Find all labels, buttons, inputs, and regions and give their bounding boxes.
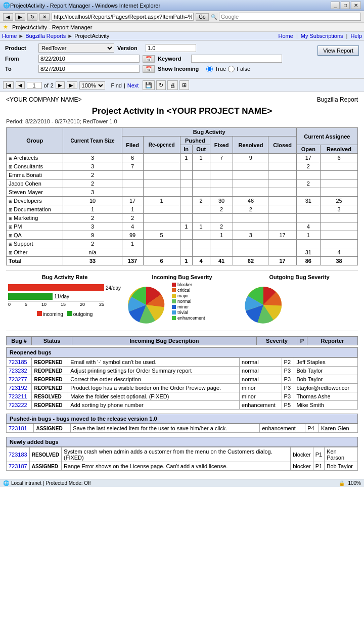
address-input[interactable] — [52, 13, 194, 21]
table-cell — [180, 240, 192, 248]
new-bugs-header: Newly added bugs — [6, 437, 358, 447]
zoom-select[interactable]: 100% 75% 50% — [79, 81, 105, 89]
table-row-name: ⊞Architects — [7, 154, 63, 162]
keyword-input[interactable] — [191, 55, 282, 63]
bug-link[interactable]: 723181 — [9, 425, 27, 431]
bug-link[interactable]: 723187 — [9, 463, 27, 469]
from-label: From — [5, 56, 35, 62]
table-cell — [180, 205, 192, 214]
incoming-false-radio[interactable] — [228, 66, 235, 72]
close-button[interactable]: ✕ — [351, 2, 361, 9]
table-cell — [180, 188, 192, 197]
version-label: Version — [117, 45, 143, 51]
to-input[interactable] — [38, 65, 140, 73]
bug-link[interactable]: 723185 — [9, 359, 27, 365]
bug-link[interactable]: 723192 — [9, 385, 27, 391]
reopened-bugs-table: 723185 REOPENED Email with '-' symbol ca… — [6, 357, 358, 410]
toolbar-icons: 💾 ↻ 🖨 ⊞ — [143, 80, 189, 90]
forward-button[interactable]: ▶ — [15, 13, 25, 21]
version-input[interactable] — [146, 44, 196, 52]
expand-icon[interactable]: ⊞ — [9, 216, 13, 221]
next-label[interactable]: Next — [127, 82, 139, 88]
expand-icon[interactable]: ⊞ — [9, 164, 13, 169]
nav-home-link[interactable]: Home — [279, 33, 293, 39]
status-message: Local intranet | Protected Mode: Off — [11, 480, 91, 486]
table-cell — [233, 240, 268, 248]
nav-help-link[interactable]: Help — [350, 33, 362, 39]
view-report-button[interactable]: View Report — [317, 46, 359, 56]
product-select[interactable]: RedTower — [38, 43, 114, 53]
expand-icon[interactable]: ⊞ — [9, 156, 13, 161]
table-cell: 3 — [63, 188, 122, 197]
prev-page-button[interactable]: ◀ — [16, 81, 25, 89]
product-label: Product — [5, 45, 35, 51]
minimize-button[interactable]: _ — [331, 2, 340, 9]
star-icon: ★ — [3, 24, 8, 30]
report-header-row: <YOUR COMPANY NAME> Bugzilla Report — [6, 96, 358, 103]
bug-activity-table: Group Current Team Size Bug Activity Cur… — [6, 127, 358, 265]
bug-link[interactable]: 723222 — [9, 402, 27, 408]
table-cell — [296, 171, 320, 179]
table-cell — [180, 197, 192, 205]
table-cell: 4 — [122, 222, 143, 231]
bar-chart-container: Bug Activity Rate 24/day 11/day 0 5 10 1… — [6, 274, 123, 328]
layout-button[interactable]: ⊞ — [179, 80, 189, 90]
bug-status-cell: RESOLVED — [29, 447, 61, 462]
go-button[interactable]: Go — [196, 13, 208, 21]
bug-link[interactable]: 723232 — [9, 368, 27, 374]
outgoing-pie-wrapper — [241, 282, 358, 328]
bug-reporter-cell: Bob Taylor — [325, 462, 358, 471]
status-header: Status — [32, 337, 72, 345]
refresh-report-button[interactable]: ↻ — [156, 80, 166, 90]
search-input[interactable] — [219, 13, 361, 21]
expand-icon[interactable]: ⊞ — [9, 233, 13, 238]
first-page-button[interactable]: |◀ — [3, 81, 14, 89]
status-badge: REOPENED — [34, 402, 62, 408]
expand-icon[interactable]: ⊞ — [9, 207, 13, 212]
next-page-button[interactable]: ▶ — [56, 81, 65, 89]
table-cell: 6 — [321, 154, 358, 162]
table-cell — [143, 248, 180, 257]
bug-desc-cell: Save the last selected item for the user… — [71, 424, 260, 433]
breadcrumb-bugzilla[interactable]: Bugzilla Reports — [25, 33, 66, 39]
incoming-pie-container: Incoming Bug Severity blocker critical m… — [123, 274, 241, 328]
from-calendar-button[interactable]: 📅 — [143, 55, 155, 63]
current-page-input[interactable] — [27, 82, 42, 89]
reporter-header: Reporter — [307, 337, 358, 345]
bug-link[interactable]: 723183 — [9, 452, 27, 458]
from-input[interactable] — [38, 55, 140, 63]
expand-icon[interactable]: ⊞ — [9, 242, 13, 247]
favorites-label: ProjectActivity - Report Manager — [12, 24, 92, 30]
bug-status-cell: ASSIGNED — [29, 462, 61, 471]
bug-link[interactable]: 723211 — [9, 393, 27, 399]
stop-button[interactable]: ✕ — [39, 13, 50, 21]
to-calendar-button[interactable]: 📅 — [143, 65, 155, 73]
export-button[interactable]: 💾 — [143, 80, 155, 90]
bug-link[interactable]: 723277 — [9, 376, 27, 382]
incoming-true-radio[interactable] — [206, 66, 213, 72]
bug-row: 723185 REOPENED Email with '-' symbol ca… — [7, 358, 358, 367]
table-cell — [268, 162, 296, 171]
print-button[interactable]: 🖨 — [167, 80, 178, 90]
nav-subscriptions-link[interactable]: My Subscriptions — [301, 33, 343, 39]
table-cell — [321, 162, 358, 171]
last-page-button[interactable]: ▶| — [67, 81, 77, 89]
back-button[interactable]: ◀ — [3, 13, 13, 21]
maximize-button[interactable]: □ — [341, 2, 350, 9]
expand-icon[interactable]: ⊞ — [9, 250, 13, 255]
expand-icon[interactable]: ⊞ — [9, 199, 13, 204]
table-cell: 7 — [210, 154, 233, 162]
bug-priority-cell: P2 — [282, 358, 294, 367]
refresh-button[interactable]: ↻ — [27, 13, 37, 21]
breadcrumb-home[interactable]: Home — [2, 33, 17, 39]
table-cell — [192, 171, 210, 179]
incoming-pie-legend: blocker critical major normal minor triv… — [172, 282, 205, 321]
table-cell: 4 — [296, 222, 320, 231]
expand-icon[interactable]: ⊞ — [9, 224, 13, 230]
bug-status-cell: REOPENED — [32, 375, 68, 384]
fixed-header: Fixed — [210, 137, 233, 154]
table-cell — [180, 214, 192, 222]
incoming-pie-wrapper: blocker critical major normal minor triv… — [123, 282, 241, 328]
table-cell — [233, 171, 268, 179]
table-cell — [268, 171, 296, 179]
